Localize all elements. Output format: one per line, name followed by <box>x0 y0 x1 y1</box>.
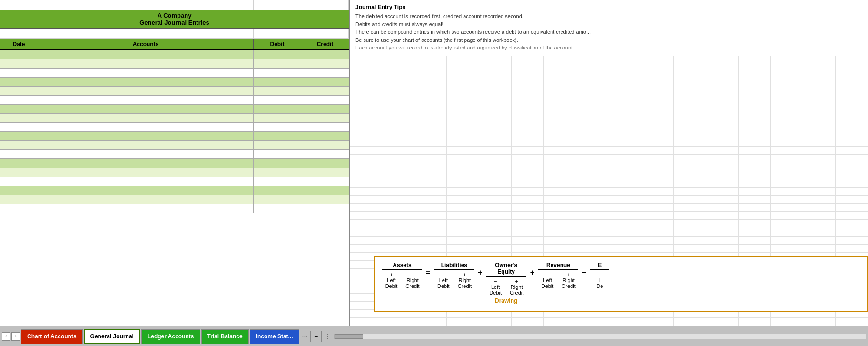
tips-text: The debited account is recorded first, c… <box>355 12 862 52</box>
pre-header-row <box>0 0 349 10</box>
expenses-section: E + L De <box>590 262 609 289</box>
expenses-label: E <box>598 262 602 268</box>
empty-cell <box>301 0 349 10</box>
tab-income-stat[interactable]: Income Stat... <box>250 329 299 344</box>
revenue-label: Revenue <box>546 262 570 268</box>
liabilities-section: Liabilities − Left Debit + Right <box>434 262 474 289</box>
journal-row[interactable] <box>0 69 349 78</box>
right-panel: // Generate 16x40 grid cells document.cu… <box>350 0 868 326</box>
scrollbar-thumb <box>335 334 363 339</box>
horizontal-scrollbar[interactable] <box>334 334 866 339</box>
spacer-row <box>0 29 349 39</box>
owners-equity-section: Owner's Equity − Left Debit + <box>486 262 526 304</box>
tip-line2: Debits and credits must always equal! <box>355 20 862 29</box>
expenses-debit-col: + L De <box>590 272 609 289</box>
revenue-credit-col: + Right Credit <box>559 272 578 289</box>
journal-row[interactable] <box>0 186 349 195</box>
journal-col-headers: Date Accounts Debit Credit <box>0 39 349 50</box>
journal-row[interactable] <box>0 132 349 141</box>
journal-row[interactable] <box>0 168 349 177</box>
liabilities-debit-col: − Left Debit <box>434 272 453 289</box>
assets-credit-col: − Right Credit <box>403 272 422 289</box>
journal-row[interactable] <box>0 123 349 132</box>
assets-debit-col: + Left Debit <box>382 272 401 289</box>
journal-row[interactable] <box>0 78 349 87</box>
tips-title: Journal Entry Tips <box>355 4 862 10</box>
col-debit: Debit <box>254 39 301 49</box>
col-date: Date <box>0 39 38 49</box>
equation-box: Assets + Left Debit − Right Credi <box>374 256 868 312</box>
tip-line1: The debited account is recorded first, c… <box>355 12 862 20</box>
equity-debit-col: − Left Debit <box>486 278 505 296</box>
journal-row[interactable] <box>0 105 349 114</box>
journal-row[interactable] <box>0 159 349 168</box>
tab-trial-balance[interactable]: Trial Balance <box>201 329 249 344</box>
next-tab-btn[interactable]: › <box>11 332 20 341</box>
drawing-label: Drawing <box>495 297 517 304</box>
journal-row[interactable] <box>0 204 349 213</box>
tab-ledger-accounts[interactable]: Ledger Accounts <box>141 329 200 344</box>
tip-line5: Each account you will record to is alrea… <box>355 44 862 52</box>
revenue-section: Revenue − Left Debit + Right Cred <box>538 262 578 289</box>
journal-row[interactable] <box>0 96 349 105</box>
empty-cell <box>0 0 38 10</box>
liabilities-credit-col: + Right Credit <box>455 272 474 289</box>
journal-row[interactable] <box>0 50 349 59</box>
equals-operator: = <box>422 268 434 277</box>
journal-title: General Journal Entries <box>0 19 349 26</box>
journal-row[interactable] <box>0 87 349 96</box>
liabilities-label: Liabilities <box>441 262 467 268</box>
journal-rows <box>0 50 349 326</box>
prev-tab-btn[interactable]: ‹ <box>2 332 10 341</box>
tab-chart-of-accounts[interactable]: Chart of Accounts <box>21 329 83 344</box>
journal-row[interactable] <box>0 59 349 69</box>
assets-section: Assets + Left Debit − Right Credi <box>382 262 422 289</box>
revenue-debit-col: − Left Debit <box>538 272 557 289</box>
equity-credit-col: + Right Credit <box>507 278 526 296</box>
col-credit: Credit <box>301 39 349 49</box>
tip-line4: Be sure to use your chart of accounts (t… <box>355 36 862 44</box>
journal-header: A Company General Journal Entries <box>0 10 349 29</box>
plus-operator1: + <box>474 268 486 277</box>
tab-options-btn[interactable]: ⋮ <box>323 333 333 340</box>
empty-cell <box>254 0 301 10</box>
col-accounts: Accounts <box>38 39 254 49</box>
journal-row[interactable] <box>0 114 349 123</box>
tab-general-journal[interactable]: General Journal <box>84 329 140 344</box>
tip-line3: There can be compound entries in which t… <box>355 28 862 36</box>
owners-equity-label: Owner's Equity <box>495 262 517 275</box>
tabs-bar: ‹ › Chart of Accounts General Journal Le… <box>0 326 868 346</box>
journal-row[interactable] <box>0 195 349 204</box>
assets-label: Assets <box>393 262 411 268</box>
empty-cell <box>38 0 254 10</box>
minus-operator: − <box>578 268 590 277</box>
journal-row[interactable] <box>0 177 349 186</box>
add-tab-btn[interactable]: + <box>310 331 322 342</box>
more-tabs-indicator[interactable]: ··· <box>300 333 310 340</box>
company-name: A Company <box>0 12 349 19</box>
tips-box: Journal Entry Tips The debited account i… <box>350 0 868 56</box>
journal-row[interactable] <box>0 150 349 159</box>
journal-panel: A Company General Journal Entries Date A… <box>0 0 350 326</box>
plus-operator2: + <box>526 268 538 277</box>
journal-row[interactable] <box>0 141 349 150</box>
equation-row: Assets + Left Debit − Right Credi <box>382 262 859 304</box>
